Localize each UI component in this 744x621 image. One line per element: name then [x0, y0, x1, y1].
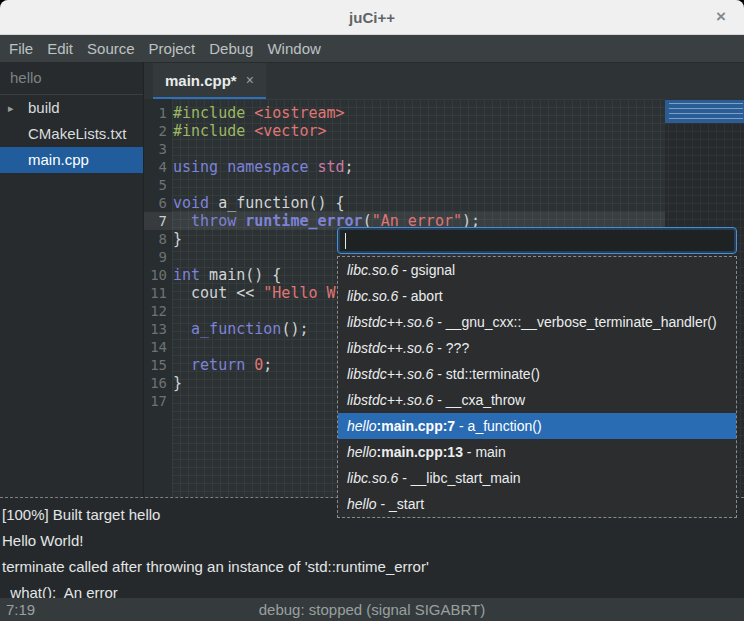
- tab-close-icon[interactable]: ×: [246, 72, 254, 88]
- code-token: using: [173, 158, 218, 176]
- code-token: 0: [254, 356, 263, 374]
- symbol-name: - __gnu_cxx::__verbose_terminate_handler…: [433, 314, 716, 330]
- library-name: hello: [347, 444, 377, 460]
- code-token: ();: [281, 320, 308, 338]
- code-token: cout <<: [173, 284, 263, 302]
- menu-item-window[interactable]: Window: [260, 35, 327, 62]
- code-token: ;: [345, 158, 354, 176]
- gutter-line-number: 9: [144, 248, 172, 266]
- file-location: :main.cpp:7: [377, 418, 456, 434]
- backtrace-list: libc.so.6 - gsignallibc.so.6 - abortlibs…: [337, 256, 737, 518]
- code-token: [218, 158, 227, 176]
- backtrace-item[interactable]: libstdc++.so.6 - std::terminate(): [338, 361, 736, 387]
- code-line: void a_function() {: [172, 194, 744, 212]
- sidebar-item-cmakelists-txt[interactable]: CMakeLists.txt: [0, 121, 143, 147]
- code-token: #include: [173, 104, 245, 122]
- gutter-line-number: 2: [144, 122, 172, 140]
- debug-tooltip: [665, 100, 744, 123]
- code-line: using namespace std;: [172, 158, 744, 176]
- sidebar-item-main-cpp[interactable]: main.cpp: [0, 147, 143, 173]
- library-name: libstdc++.so.6: [347, 392, 433, 408]
- debug-status: debug: stopped (signal SIGABRT): [0, 598, 744, 621]
- menu-item-project[interactable]: Project: [142, 35, 203, 62]
- gutter-line-number: 6: [144, 194, 172, 212]
- code-token: [173, 320, 191, 338]
- gutter-line-number: 4: [144, 158, 172, 176]
- code-token: void: [173, 194, 209, 212]
- code-token: #include: [173, 122, 245, 140]
- library-name: hello: [347, 418, 377, 434]
- tab-main-cpp[interactable]: main.cpp* ×: [153, 63, 266, 100]
- sidebar-item-label: main.cpp: [28, 147, 89, 173]
- close-icon[interactable]: ×: [710, 0, 732, 35]
- backtrace-item[interactable]: libc.so.6 - gsignal: [338, 257, 736, 283]
- symbol-name: - __cxa_throw: [433, 392, 525, 408]
- symbol-name: - abort: [398, 288, 442, 304]
- library-name: libstdc++.so.6: [347, 314, 433, 330]
- expander-icon[interactable]: ▸: [8, 95, 14, 121]
- titlebar: juCi++ ×: [0, 0, 744, 35]
- code-line: [172, 140, 744, 158]
- backtrace-item[interactable]: libstdc++.so.6 - __gnu_cxx::__verbose_te…: [338, 309, 736, 335]
- gutter-line-number: 11: [144, 284, 172, 302]
- code-token: a_function() {: [209, 194, 344, 212]
- text-caret: [345, 233, 346, 249]
- code-token: namespace: [227, 158, 308, 176]
- code-token: throw: [191, 212, 236, 230]
- code-token: "Hello W: [263, 284, 335, 302]
- backtrace-item[interactable]: hello - _start: [338, 491, 736, 517]
- window-title: juCi++: [0, 0, 744, 35]
- symbol-name: - __libc_start_main: [398, 470, 520, 486]
- code-line: #include <iostream>: [172, 104, 744, 122]
- backtrace-item[interactable]: libstdc++.so.6 - ???: [338, 335, 736, 361]
- backtrace-item[interactable]: hello:main.cpp:7 - a_function(): [338, 413, 736, 439]
- code-token: [245, 104, 254, 122]
- menubar: FileEditSourceProjectDebugWindow: [0, 35, 744, 62]
- symbol-name: - main: [463, 444, 506, 460]
- backtrace-item[interactable]: libc.so.6 - __libc_start_main: [338, 465, 736, 491]
- gutter-line-number: 15: [144, 356, 172, 374]
- code-token: return: [191, 356, 245, 374]
- code-line: [172, 176, 744, 194]
- gutter-line-number: 8: [144, 230, 172, 248]
- code-token: std: [318, 158, 345, 176]
- line-number-gutter: 1234567891011121314151617: [144, 99, 172, 497]
- menu-item-file[interactable]: File: [2, 35, 40, 62]
- project-name: hello: [0, 62, 143, 95]
- code-token: ;: [263, 356, 272, 374]
- gutter-line-number: 13: [144, 320, 172, 338]
- gutter-line-number: 10: [144, 266, 172, 284]
- sidebar-item-build[interactable]: ▸build: [0, 95, 143, 121]
- backtrace-item[interactable]: libstdc++.so.6 - __cxa_throw: [338, 387, 736, 413]
- code-token: a_function: [191, 320, 281, 338]
- code-token: [173, 212, 191, 230]
- code-line: #include <vector>: [172, 122, 744, 140]
- gutter-line-number: 16: [144, 374, 172, 392]
- menu-item-source[interactable]: Source: [80, 35, 142, 62]
- code-token: [236, 212, 245, 230]
- symbol-name: - std::terminate(): [433, 366, 540, 382]
- app-window: juCi++ × FileEditSourceProjectDebugWindo…: [0, 0, 744, 621]
- backtrace-search-input[interactable]: [337, 227, 737, 254]
- backtrace-item[interactable]: hello:main.cpp:13 - main: [338, 439, 736, 465]
- gutter-line-number: 17: [144, 392, 172, 410]
- gutter-line-number: 14: [144, 338, 172, 356]
- symbol-name: - _start: [377, 496, 424, 512]
- gutter-line-number: 7: [144, 212, 172, 230]
- menu-item-debug[interactable]: Debug: [202, 35, 260, 62]
- tab-label: main.cpp*: [165, 72, 237, 89]
- code-token: }: [173, 230, 182, 248]
- sidebar-item-label: CMakeLists.txt: [28, 121, 126, 147]
- code-token: [245, 356, 254, 374]
- menu-item-edit[interactable]: Edit: [40, 35, 80, 62]
- library-name: libstdc++.so.6: [347, 366, 433, 382]
- symbol-name: - ???: [433, 340, 469, 356]
- backtrace-item[interactable]: libc.so.6 - abort: [338, 283, 736, 309]
- file-location: :main.cpp:13: [377, 444, 463, 460]
- code-token: <iostream>: [254, 104, 344, 122]
- symbol-name: - gsignal: [398, 262, 455, 278]
- code-token: [245, 122, 254, 140]
- terminal-line: Hello World!: [2, 528, 744, 554]
- statusbar: 7:19 debug: stopped (signal SIGABRT): [0, 598, 744, 621]
- library-name: libstdc++.so.6: [347, 340, 433, 356]
